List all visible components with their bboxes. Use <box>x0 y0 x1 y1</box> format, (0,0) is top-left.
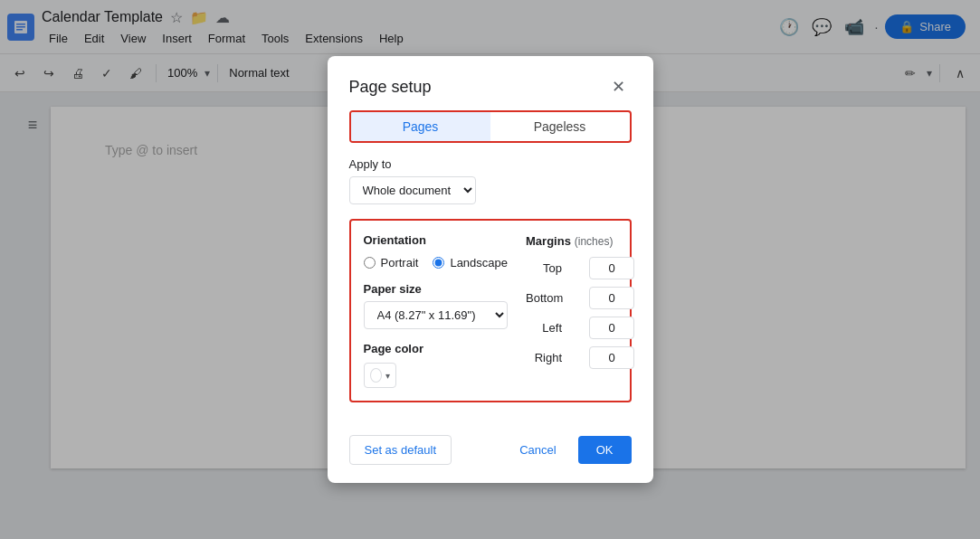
orientation-row: Portrait Landscape <box>364 256 509 270</box>
paper-size-label: Paper size <box>364 282 509 296</box>
tab-pageless[interactable]: Pageless <box>490 112 630 141</box>
page-setup-dialog: Page setup ✕ Pages Pageless Apply to Who… <box>328 56 653 483</box>
left-label: Left <box>526 321 562 335</box>
color-dropdown-arrow: ▾ <box>385 371 390 381</box>
right-settings: Margins (inches) Top Bottom Left <box>526 233 634 388</box>
page-color-button[interactable]: ▾ <box>364 363 396 388</box>
set-default-button[interactable]: Set as default <box>349 435 452 465</box>
margins-header: Margins (inches) <box>526 233 634 248</box>
right-input[interactable] <box>589 346 634 369</box>
dialog-tabs: Pages Pageless <box>349 110 632 143</box>
apply-to-label: Apply to <box>349 157 632 171</box>
portrait-radio[interactable] <box>364 257 376 269</box>
right-label: Right <box>526 351 562 364</box>
dialog-body: Apply to Whole document Orientation Port… <box>328 157 653 402</box>
footer-left: Set as default <box>349 435 452 465</box>
dialog-header: Page setup ✕ <box>328 56 653 110</box>
landscape-option[interactable]: Landscape <box>433 256 508 270</box>
top-input[interactable] <box>589 257 634 279</box>
cancel-button[interactable]: Cancel <box>505 436 570 464</box>
landscape-radio[interactable] <box>433 257 444 269</box>
bottom-margin-row: Bottom <box>526 287 634 309</box>
landscape-label: Landscape <box>450 256 508 270</box>
paper-size-select[interactable]: A4 (8.27" x 11.69") <box>364 301 509 329</box>
right-margin-row: Right <box>526 346 634 369</box>
page-color-label: Page color <box>364 342 509 355</box>
top-margin-row: Top <box>526 257 634 279</box>
margins-unit: (inches) <box>575 235 614 248</box>
orientation-label: Orientation <box>364 233 509 247</box>
left-margin-row: Left <box>526 317 634 339</box>
bottom-input[interactable] <box>589 287 634 309</box>
dialog-title: Page setup <box>349 78 432 97</box>
apply-to-select[interactable]: Whole document <box>349 176 476 204</box>
left-settings: Orientation Portrait Landscape Paper siz… <box>364 233 509 388</box>
modal-overlay: Page setup ✕ Pages Pageless Apply to Who… <box>0 0 980 539</box>
portrait-label: Portrait <box>381 256 419 270</box>
top-label: Top <box>526 261 562 275</box>
dialog-footer: Set as default Cancel OK <box>328 421 653 483</box>
tab-pages[interactable]: Pages <box>351 112 490 141</box>
color-swatch <box>370 368 382 383</box>
left-input[interactable] <box>589 317 634 339</box>
margins-label: Margins <box>526 234 571 248</box>
portrait-option[interactable]: Portrait <box>364 256 419 270</box>
bottom-label: Bottom <box>526 291 563 305</box>
settings-box: Orientation Portrait Landscape Paper siz… <box>349 219 632 402</box>
close-button[interactable]: ✕ <box>606 74 632 99</box>
ok-button[interactable]: OK <box>578 436 632 464</box>
